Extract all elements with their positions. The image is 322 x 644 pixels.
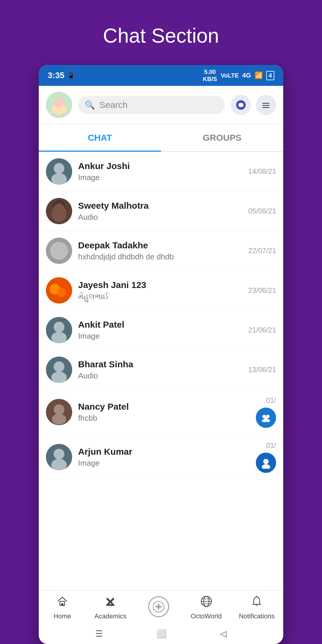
- list-item[interactable]: Nancy Patel fhcbb 01/: [39, 390, 283, 435]
- list-item[interactable]: Ankur Joshi Image 14/08/21: [39, 152, 283, 191]
- volte-indicator: VoLTE: [221, 72, 239, 79]
- chat-info: Ankit Patel Image: [78, 320, 242, 341]
- chat-date: 14/08/21: [248, 167, 276, 176]
- chat-info: Deepak Tadakhe hxhdndjdjd dhdbdh de dhdb: [78, 240, 242, 261]
- chat-date: 01/: [266, 396, 276, 405]
- chat-preview: Image: [78, 332, 242, 341]
- phone-frame: 3:35 📱 5.00KB/S VoLTE 4G 📶 4 🔍 Search: [39, 65, 283, 644]
- list-item[interactable]: Arjun Kumar Image 01/: [39, 435, 283, 480]
- chat-info: Bharat Sinha Audio: [78, 359, 242, 380]
- system-home-button[interactable]: ⬜: [156, 629, 167, 639]
- chat-meta: 01/: [256, 396, 276, 428]
- avatar: [46, 238, 72, 264]
- chat-name: Jayesh Jani 123: [78, 280, 242, 290]
- group-fab[interactable]: [256, 408, 276, 428]
- tabs-bar: CHAT GROUPS: [39, 124, 283, 152]
- chat-preview: Image: [78, 173, 242, 182]
- svg-point-19: [54, 322, 64, 332]
- nav-home-label: Home: [54, 612, 71, 620]
- search-bar[interactable]: 🔍 Search: [78, 96, 225, 114]
- chat-preview: મેહુલભાઈ: [78, 292, 242, 301]
- avatar: [46, 277, 72, 304]
- nav-academics-label: Academics: [95, 612, 127, 620]
- chat-meta: 01/: [256, 441, 276, 473]
- nav-home[interactable]: Home: [47, 595, 77, 620]
- nav-notifications[interactable]: Notifications: [239, 595, 275, 620]
- chat-meta: 14/08/21: [248, 167, 276, 176]
- network-speed: 5.00KB/S: [203, 68, 217, 83]
- svg-point-26: [52, 414, 66, 425]
- list-item[interactable]: Sweety Malhotra Audio 05/08/21: [39, 191, 283, 231]
- list-item[interactable]: Jayesh Jani 123 મેહુલભાઈ 23/06/21: [39, 271, 283, 310]
- chat-info: Jayesh Jani 123 મેહુલભાઈ: [78, 280, 242, 301]
- chat-preview: hxhdndjdjd dhdbdh de dhdb: [78, 252, 242, 261]
- chat-preview: fhcbb: [78, 414, 250, 423]
- search-placeholder: Search: [99, 100, 128, 110]
- chat-date: 05/08/21: [248, 207, 276, 215]
- network-type: 4G: [242, 72, 251, 79]
- app-header: 🔍 Search: [39, 86, 283, 124]
- svg-point-17: [57, 287, 66, 297]
- svg-point-22: [54, 361, 64, 372]
- chat-name: Bharat Sinha: [78, 359, 242, 369]
- svg-point-35: [263, 459, 269, 464]
- chat-name: Sweety Malhotra: [78, 201, 242, 211]
- system-nav: ☰ ⬜ ◁: [39, 623, 283, 644]
- system-menu-button[interactable]: ☰: [95, 629, 103, 639]
- chat-meta: 13/06/21: [248, 366, 276, 374]
- chat-preview: Audio: [78, 371, 242, 380]
- svg-rect-6: [262, 105, 270, 106]
- status-bar: 3:35 📱 5.00KB/S VoLTE 4G 📶 4: [39, 65, 283, 86]
- system-back-button[interactable]: ◁: [220, 629, 227, 639]
- chat-name: Nancy Patel: [78, 402, 250, 412]
- status-time: 3:35: [48, 71, 64, 80]
- chat-icon-button[interactable]: [231, 95, 251, 115]
- user-profile-avatar[interactable]: [46, 92, 72, 118]
- chat-date: 01/: [266, 441, 276, 450]
- chat-info: Arjun Kumar Image: [78, 447, 250, 468]
- chat-meta: 21/06/21: [248, 326, 276, 334]
- avatar: [46, 317, 72, 343]
- octoworld-icon: [200, 595, 212, 610]
- status-icon: 📱: [67, 72, 75, 79]
- tab-groups[interactable]: GROUPS: [161, 124, 283, 151]
- chat-name: Deepak Tadakhe: [78, 240, 242, 250]
- list-item[interactable]: Ankit Patel Image 21/06/21: [39, 310, 283, 350]
- svg-rect-41: [106, 604, 114, 606]
- nav-notifications-label: Notifications: [239, 612, 275, 620]
- svg-point-9: [54, 163, 64, 174]
- menu-button[interactable]: [256, 95, 276, 115]
- avatar: [46, 158, 72, 185]
- chat-info: Nancy Patel fhcbb: [78, 402, 250, 423]
- chat-info: Ankur Joshi Image: [78, 161, 242, 182]
- chat-name: Arjun Kumar: [78, 447, 250, 457]
- chat-meta: 23/06/21: [248, 286, 276, 295]
- tab-chat[interactable]: CHAT: [39, 124, 161, 151]
- avatar: [46, 444, 72, 470]
- notifications-icon: [251, 595, 263, 610]
- person-fab[interactable]: [256, 453, 276, 473]
- list-item[interactable]: Bharat Sinha Audio 13/06/21: [39, 350, 283, 390]
- svg-point-31: [265, 419, 270, 422]
- chat-preview: Audio: [78, 213, 242, 222]
- chat-preview: Image: [78, 459, 250, 468]
- signal-bars: 📶: [255, 72, 263, 79]
- svg-point-14: [50, 242, 68, 260]
- svg-point-3: [54, 98, 64, 107]
- home-icon: [56, 595, 68, 610]
- svg-point-36: [262, 464, 270, 469]
- nav-academics[interactable]: Academics: [95, 595, 127, 620]
- chat-info: Sweety Malhotra Audio: [78, 201, 242, 222]
- add-icon: [148, 596, 169, 617]
- nav-octoworld[interactable]: OctoWorld: [191, 595, 222, 620]
- chat-date: 21/06/21: [248, 326, 276, 334]
- academics-icon: [104, 595, 116, 610]
- chat-meta: 05/08/21: [248, 207, 276, 215]
- chat-name: Ankur Joshi: [78, 161, 242, 171]
- chat-date: 22/07/21: [248, 247, 276, 255]
- nav-add[interactable]: [144, 596, 174, 620]
- chat-meta: 22/07/21: [248, 247, 276, 255]
- avatar: [46, 399, 72, 425]
- avatar: [46, 198, 72, 224]
- list-item[interactable]: Deepak Tadakhe hxhdndjdjd dhdbdh de dhdb…: [39, 231, 283, 271]
